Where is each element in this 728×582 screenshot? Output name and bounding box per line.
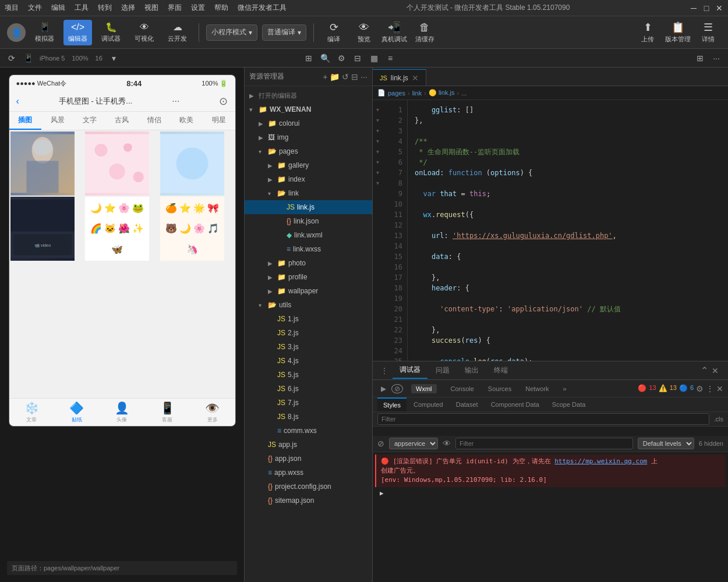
menu-project[interactable]: 项目 bbox=[5, 3, 19, 13]
tree-6js[interactable]: JS 6.js bbox=[245, 382, 372, 396]
console-eye-icon[interactable]: 👁 bbox=[443, 439, 451, 448]
menu-weixin[interactable]: 微信开发者工具 bbox=[238, 3, 287, 13]
compile-button[interactable]: ⟳ 编译 bbox=[321, 21, 347, 44]
new-folder-icon[interactable]: 📁 bbox=[330, 72, 340, 81]
style-tab-dataset[interactable]: Dataset bbox=[450, 398, 484, 411]
more-button[interactable]: ··· bbox=[709, 51, 723, 65]
menu-goto[interactable]: 转到 bbox=[98, 3, 112, 13]
breadcrumb-file[interactable]: 🟡 link.js bbox=[429, 89, 455, 97]
tree-link[interactable]: ▾ 📂 link bbox=[245, 186, 372, 200]
panel-icon-1[interactable]: ⊞ bbox=[302, 51, 316, 65]
settings-icon[interactable]: ⚙ bbox=[696, 384, 704, 393]
split-panel-button[interactable]: ⊞ bbox=[693, 51, 707, 65]
style-tab-styles[interactable]: Styles bbox=[377, 398, 407, 411]
code-content[interactable]: gglist: [] }, /** * 生命周期函数--监听页面加载 */ on… bbox=[408, 100, 728, 361]
collapse-icon[interactable]: ⊟ bbox=[351, 72, 358, 81]
tree-7js[interactable]: JS 7.js bbox=[245, 396, 372, 410]
device-button[interactable]: 📱 bbox=[21, 51, 35, 65]
tree-commwxs[interactable]: ≡ comm.wxs bbox=[245, 424, 372, 438]
refresh-icon[interactable]: ↺ bbox=[342, 72, 349, 81]
sub-tab-console[interactable]: Console bbox=[445, 382, 480, 396]
grid-item-4[interactable]: 📹 video bbox=[10, 197, 75, 261]
sub-tab-wxml[interactable]: Wxml bbox=[405, 382, 443, 396]
zoom-controls[interactable]: ▾ bbox=[107, 51, 121, 65]
tree-8js[interactable]: JS 8.js bbox=[245, 410, 372, 424]
breadcrumb-link[interactable]: link bbox=[412, 90, 422, 97]
menu-file[interactable]: 文件 bbox=[28, 3, 42, 13]
tree-3js[interactable]: JS 3.js bbox=[245, 340, 372, 354]
panel-icon-4[interactable]: ⊟ bbox=[351, 51, 365, 65]
bottom-tab-more[interactable]: 👁️ 更多 bbox=[190, 401, 235, 424]
devtools-sub-icon[interactable]: ▶ bbox=[377, 385, 389, 393]
cloud-button[interactable]: ☁ 云开发 bbox=[163, 20, 192, 45]
detail-button[interactable]: ☰ 详情 bbox=[695, 21, 721, 44]
tree-root[interactable]: ▾ 📁 WX_WENAN bbox=[245, 102, 372, 116]
new-file-icon[interactable]: + bbox=[323, 72, 327, 81]
editor-tab-linkjs[interactable]: JS link.js ✕ bbox=[373, 69, 426, 86]
tree-index[interactable]: ▶ 📁 index bbox=[245, 172, 372, 186]
grid-item-2[interactable] bbox=[85, 132, 149, 196]
devtools-tab-output[interactable]: 输出 bbox=[458, 363, 486, 379]
devtools-expand-icon[interactable]: ⌃ bbox=[701, 365, 708, 376]
more-options-icon[interactable]: ··· bbox=[361, 72, 367, 81]
tree-wallpaper[interactable]: ▶ 📁 wallpaper bbox=[245, 284, 372, 298]
open-editors-section[interactable]: ▶ 打开的编辑器 bbox=[245, 88, 372, 102]
visual-button[interactable]: 👁 可视化 bbox=[130, 20, 158, 45]
console-prompt[interactable]: ▶ bbox=[375, 487, 726, 499]
tree-img[interactable]: ▶ 🖼 img bbox=[245, 130, 372, 144]
rotate-button[interactable]: ⟳ bbox=[5, 51, 19, 65]
phone-back-button[interactable]: ‹ bbox=[16, 96, 19, 107]
bottom-tab-sticker[interactable]: 🔷 贴纸 bbox=[54, 401, 100, 424]
style-tab-computed[interactable]: Computed bbox=[408, 398, 449, 411]
devtools-close-icon[interactable]: ✕ bbox=[712, 366, 719, 375]
phone-tab-illustration[interactable]: 插图 bbox=[9, 112, 41, 130]
tree-profile[interactable]: ▶ 📁 profile bbox=[245, 270, 372, 284]
console-error-link[interactable]: https://mp.weixin.qq.com bbox=[554, 457, 647, 465]
menu-help[interactable]: 帮助 bbox=[214, 3, 228, 13]
phone-tab-star[interactable]: 明星 bbox=[203, 112, 235, 130]
panel-icon-6[interactable]: ≡ bbox=[383, 51, 397, 65]
phone-tab-text[interactable]: 文字 bbox=[73, 112, 105, 130]
tree-link-wxml[interactable]: ◆ link.wxml bbox=[245, 228, 372, 242]
console-clear-icon[interactable]: ⊘ bbox=[377, 439, 384, 448]
devtools-no-icon[interactable]: ⊘ bbox=[391, 384, 403, 393]
tree-colorui[interactable]: ▶ 📁 colorui bbox=[245, 116, 372, 130]
tree-link-json[interactable]: {} link.json bbox=[245, 214, 372, 228]
phone-search-icon[interactable]: ⊙ bbox=[219, 95, 228, 108]
devtools-icon[interactable]: ⋮ bbox=[377, 367, 391, 375]
phone-tab-western[interactable]: 欧美 bbox=[171, 112, 203, 130]
devtools-tab-debugger[interactable]: 调试器 bbox=[393, 363, 427, 379]
tab-close-button[interactable]: ✕ bbox=[412, 73, 419, 83]
style-tab-component[interactable]: Component Data bbox=[485, 398, 545, 411]
tree-appjs[interactable]: JS app.js bbox=[245, 438, 372, 452]
tree-appwxss[interactable]: ≡ app.wxss bbox=[245, 466, 372, 480]
grid-item-3[interactable] bbox=[160, 132, 224, 196]
tree-sitemapjson[interactable]: {} sitemap.json bbox=[245, 494, 372, 508]
tree-pages[interactable]: ▾ 📂 pages bbox=[245, 144, 372, 158]
tree-5js[interactable]: JS 5.js bbox=[245, 368, 372, 382]
bottom-tab-article[interactable]: ❄️ 文章 bbox=[9, 401, 55, 424]
devtools-tab-terminal[interactable]: 终端 bbox=[487, 363, 515, 379]
panel-icon-3[interactable]: ⚙ bbox=[334, 51, 348, 65]
console-level-select[interactable]: Default levels bbox=[638, 438, 694, 449]
version-button[interactable]: 📋 版本管理 bbox=[665, 21, 691, 44]
phone-tab-ancient[interactable]: 古风 bbox=[106, 112, 138, 130]
sub-tab-network[interactable]: Network bbox=[520, 382, 554, 396]
realdevice-button[interactable]: 📲 真机调试 bbox=[381, 21, 407, 44]
tree-gallery[interactable]: ▶ 📁 gallery bbox=[245, 158, 372, 172]
menu-view[interactable]: 视图 bbox=[144, 3, 158, 13]
editor-button[interactable]: </> 编辑器 bbox=[63, 20, 92, 45]
panel-icon-2[interactable]: 🔍 bbox=[318, 51, 332, 65]
more-icon[interactable]: ⋮ bbox=[706, 384, 714, 393]
tree-photo[interactable]: ▶ 📁 photo bbox=[245, 256, 372, 270]
grid-item-1[interactable] bbox=[10, 132, 75, 196]
minimize-button[interactable]: ─ bbox=[690, 4, 698, 12]
tree-link-wxss[interactable]: ≡ link.wxss bbox=[245, 242, 372, 256]
tree-1js[interactable]: JS 1.js bbox=[245, 312, 372, 326]
sub-tab-sources[interactable]: Sources bbox=[482, 382, 517, 396]
sub-tab-more[interactable]: » bbox=[557, 382, 572, 396]
menu-edit[interactable]: 编辑 bbox=[51, 3, 65, 13]
close-panel-icon[interactable]: ✕ bbox=[716, 384, 723, 393]
style-tab-scope[interactable]: Scope Data bbox=[546, 398, 591, 411]
tree-2js[interactable]: JS 2.js bbox=[245, 326, 372, 340]
